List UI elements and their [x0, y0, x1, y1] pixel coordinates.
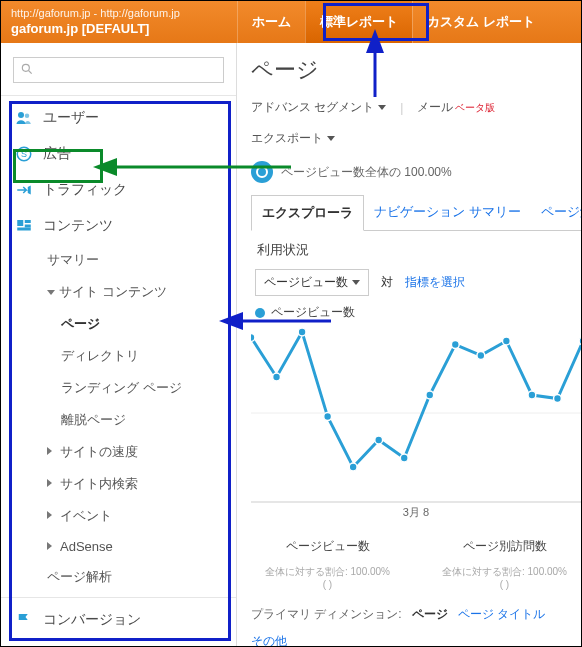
nav-home[interactable]: ホーム — [237, 1, 305, 43]
card-ratio: 全体に対する割合: 100.00% — [251, 565, 404, 579]
svg-point-14 — [298, 328, 306, 336]
chart-x-label: 3月 8 — [251, 505, 581, 520]
svg-point-20 — [451, 341, 459, 349]
percent-icon — [251, 161, 273, 183]
svg-point-17 — [375, 436, 383, 444]
sidebar-sub-landing[interactable]: ランディング ページ — [1, 372, 236, 404]
svg-point-21 — [477, 351, 485, 359]
sidebar-label: サイト コンテンツ — [59, 284, 167, 299]
svg-point-15 — [324, 413, 332, 421]
advanced-segment-button[interactable]: アドバンス セグメント — [251, 99, 386, 116]
sidebar-label: イベント — [60, 508, 112, 523]
sidebar-label: AdSense — [60, 539, 113, 554]
svg-point-16 — [349, 463, 357, 471]
percent-text: ページビュー数全体の 100.00% — [281, 164, 452, 181]
line-chart[interactable] — [251, 323, 581, 503]
export-button[interactable]: エクスポート — [251, 130, 335, 147]
chart-legend: ページビュー数 — [255, 304, 581, 321]
sidebar-sub-site-content[interactable]: サイト コンテンツ — [1, 276, 236, 308]
svg-point-24 — [554, 395, 562, 403]
choose-metric-link[interactable]: 指標を選択 — [405, 274, 465, 291]
account-switcher[interactable]: http://gaforum.jp - http://gaforum.jp ga… — [1, 1, 237, 43]
ads-icon: S — [15, 145, 33, 163]
sidebar-item-ads[interactable]: S 広告 — [1, 136, 236, 172]
metric-row: ページビュー数 対 指標を選択 — [255, 269, 581, 296]
account-url: http://gaforum.jp - http://gaforum.jp — [11, 6, 227, 20]
flag-icon — [15, 611, 33, 629]
svg-point-2 — [18, 112, 24, 118]
card-title: ページ別訪問数 — [428, 538, 581, 555]
dimension-page-title[interactable]: ページ タイトル — [458, 606, 545, 623]
sidebar-item-conversion[interactable]: コンバージョン — [1, 602, 236, 638]
card-unique-pageviews[interactable]: ページ別訪問数 全体に対する割合: 100.00% ( ) — [428, 538, 581, 590]
dimension-label: プライマリ ディメンション: — [251, 606, 402, 623]
tab-nav-summary[interactable]: ナビゲーション サマリー — [364, 195, 531, 230]
svg-rect-8 — [25, 225, 31, 228]
sidebar-label: サイト内検索 — [60, 476, 138, 491]
account-name: gaforum.jp [DEFAULT] — [11, 21, 227, 38]
user-icon — [15, 109, 33, 127]
sidebar-sub-events[interactable]: イベント — [1, 500, 236, 532]
card-paren: ( ) — [251, 579, 404, 590]
vs-label: 対 — [381, 274, 393, 291]
svg-point-25 — [579, 337, 581, 345]
nav-standard-report[interactable]: 標準レポート — [305, 1, 412, 43]
sidebar-label: コンバージョン — [43, 611, 141, 629]
sidebar-sub-exit[interactable]: 離脱ページ — [1, 404, 236, 436]
sidebar-item-traffic[interactable]: トラフィック — [1, 172, 236, 208]
report-toolbar: アドバンス セグメント | メールベータ版 エクスポート — [251, 99, 581, 147]
svg-point-22 — [502, 337, 510, 345]
svg-point-23 — [528, 391, 536, 399]
sidebar-label: コンテンツ — [43, 217, 113, 235]
sidebar-label: トラフィック — [43, 181, 127, 199]
main-content: ページ アドバンス セグメント | メールベータ版 エクスポート ページビュー数… — [237, 43, 581, 646]
beta-badge: ベータ版 — [455, 102, 495, 113]
sidebar: ユーザー S 広告 トラフィック コンテンツ サマリー — [1, 43, 237, 646]
sidebar-search[interactable] — [13, 57, 224, 83]
sidebar-label: 広告 — [43, 145, 71, 163]
svg-text:S: S — [21, 149, 27, 159]
card-paren: ( ) — [428, 579, 581, 590]
mail-button[interactable]: メールベータ版 — [417, 99, 495, 116]
page-title: ページ — [251, 55, 581, 85]
legend-label: ページビュー数 — [271, 304, 355, 321]
svg-point-3 — [25, 114, 30, 119]
sidebar-label: サイトの速度 — [60, 444, 138, 459]
sidebar-sub-speed[interactable]: サイトの速度 — [1, 436, 236, 468]
sidebar-sub-adsense[interactable]: AdSense — [1, 532, 236, 561]
dimension-page[interactable]: ページ — [412, 606, 448, 623]
traffic-icon — [15, 181, 33, 199]
svg-rect-9 — [17, 228, 31, 231]
tab-explorer[interactable]: エクスプローラ — [251, 195, 364, 231]
search-icon — [20, 62, 34, 79]
svg-point-18 — [400, 454, 408, 462]
card-title: ページビュー数 — [251, 538, 404, 555]
sidebar-item-content[interactable]: コンテンツ — [1, 208, 236, 244]
metric-select[interactable]: ページビュー数 — [255, 269, 369, 296]
nav-custom-report[interactable]: カスタム レポート — [412, 1, 549, 43]
svg-rect-6 — [17, 220, 23, 226]
sidebar-item-users[interactable]: ユーザー — [1, 100, 236, 136]
card-pageviews[interactable]: ページビュー数 全体に対する割合: 100.00% ( ) — [251, 538, 404, 590]
card-ratio: 全体に対する割合: 100.00% — [428, 565, 581, 579]
sidebar-sub-page-analysis[interactable]: ページ解析 — [1, 561, 236, 593]
search-input[interactable] — [40, 63, 217, 77]
mail-label: メール — [417, 100, 453, 114]
percent-row: ページビュー数全体の 100.00% — [251, 161, 581, 183]
primary-dimension-row: プライマリ ディメンション: ページ ページ タイトル その他 — [251, 606, 581, 646]
scorecards: ページビュー数 全体に対する割合: 100.00% ( ) ページ別訪問数 全体… — [251, 538, 581, 590]
top-nav: ホーム 標準レポート カスタム レポート — [237, 1, 581, 43]
content-icon — [15, 217, 33, 235]
tab-page-detail[interactable]: ページ解析 — [531, 195, 581, 230]
sidebar-sub-site-search[interactable]: サイト内検索 — [1, 468, 236, 500]
svg-point-12 — [251, 333, 255, 341]
legend-dot-icon — [255, 308, 265, 318]
dimension-other[interactable]: その他 — [251, 633, 287, 646]
svg-point-0 — [22, 64, 29, 71]
svg-point-13 — [273, 373, 281, 381]
svg-line-1 — [29, 70, 32, 73]
sidebar-sub-directory[interactable]: ディレクトリ — [1, 340, 236, 372]
svg-rect-7 — [25, 220, 31, 223]
sidebar-sub-page[interactable]: ページ — [1, 308, 236, 340]
sidebar-sub-summary[interactable]: サマリー — [1, 244, 236, 276]
